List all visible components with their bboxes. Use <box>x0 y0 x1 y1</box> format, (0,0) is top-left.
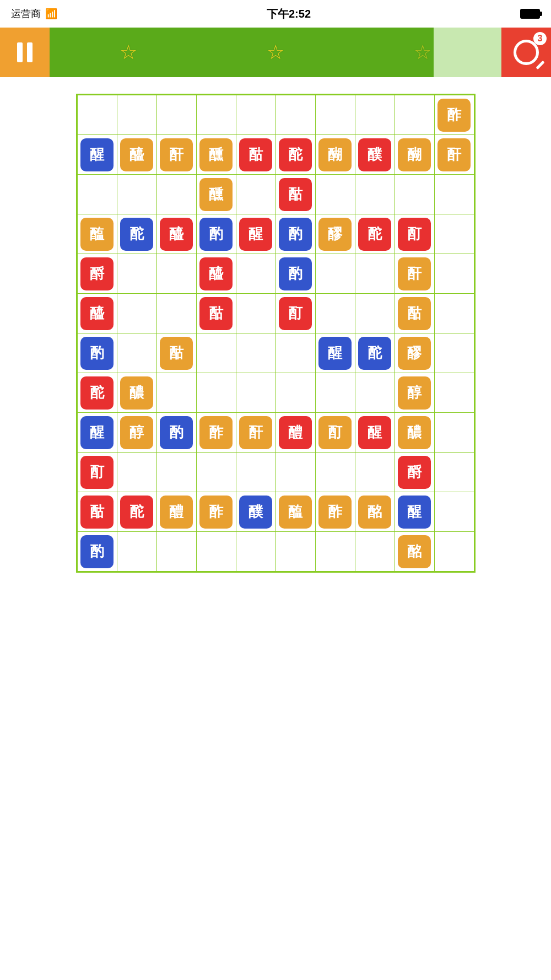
grid-cell-6-6[interactable]: 醒 <box>315 333 355 373</box>
grid-cell-8-1[interactable]: 醇 <box>117 413 156 453</box>
grid-cell-7-1[interactable]: 醲 <box>117 373 156 413</box>
grid-cell-6-3[interactable] <box>196 333 236 373</box>
grid-cell-1-2[interactable]: 酐 <box>156 135 196 175</box>
grid-cell-7-7[interactable] <box>355 373 395 413</box>
grid-cell-0-4[interactable] <box>236 95 276 135</box>
grid-cell-3-6[interactable]: 醪 <box>315 214 355 254</box>
grid-cell-0-3[interactable] <box>196 95 236 135</box>
grid-cell-2-8[interactable] <box>395 175 434 214</box>
grid-cell-2-9[interactable] <box>434 175 474 214</box>
grid-cell-1-4[interactable]: 酤 <box>236 135 276 175</box>
grid-cell-7-4[interactable] <box>236 373 276 413</box>
grid-cell-6-1[interactable] <box>117 333 156 373</box>
grid-cell-3-2[interactable]: 醯 <box>156 214 196 254</box>
grid-cell-11-0[interactable]: 酌 <box>77 532 117 572</box>
grid-cell-10-1[interactable]: 酡 <box>117 492 156 532</box>
grid-cell-5-6[interactable] <box>315 294 355 333</box>
grid-cell-3-9[interactable] <box>434 214 474 254</box>
grid-cell-1-3[interactable]: 醺 <box>196 135 236 175</box>
grid-cell-1-1[interactable]: 醯 <box>117 135 156 175</box>
search-button[interactable]: 3 <box>501 28 551 77</box>
grid-cell-4-8[interactable]: 酐 <box>395 254 434 294</box>
grid-cell-7-9[interactable] <box>434 373 474 413</box>
grid-cell-2-5[interactable]: 酤 <box>276 175 315 214</box>
grid-cell-4-2[interactable] <box>156 254 196 294</box>
grid-cell-10-2[interactable]: 醴 <box>156 492 196 532</box>
grid-cell-9-7[interactable] <box>355 453 395 492</box>
grid-cell-2-1[interactable] <box>117 175 156 214</box>
grid-cell-8-8[interactable]: 醲 <box>395 413 434 453</box>
grid-cell-7-6[interactable] <box>315 373 355 413</box>
grid-cell-6-0[interactable]: 酌 <box>77 333 117 373</box>
grid-cell-3-1[interactable]: 酡 <box>117 214 156 254</box>
grid-cell-0-1[interactable] <box>117 95 156 135</box>
grid-cell-11-6[interactable] <box>315 532 355 572</box>
grid-cell-2-2[interactable] <box>156 175 196 214</box>
grid-cell-10-5[interactable]: 醢 <box>276 492 315 532</box>
grid-cell-11-4[interactable] <box>236 532 276 572</box>
grid-cell-1-9[interactable]: 酐 <box>434 135 474 175</box>
grid-cell-5-7[interactable] <box>355 294 395 333</box>
grid-cell-4-1[interactable] <box>117 254 156 294</box>
grid-cell-4-3[interactable]: 醯 <box>196 254 236 294</box>
grid-cell-8-2[interactable]: 酌 <box>156 413 196 453</box>
grid-cell-11-3[interactable] <box>196 532 236 572</box>
grid-cell-3-0[interactable]: 醢 <box>77 214 117 254</box>
grid-cell-9-8[interactable]: 酹 <box>395 453 434 492</box>
grid-cell-1-7[interactable]: 醭 <box>355 135 395 175</box>
grid-cell-5-2[interactable] <box>156 294 196 333</box>
grid-cell-10-8[interactable]: 醒 <box>395 492 434 532</box>
grid-cell-9-5[interactable] <box>276 453 315 492</box>
grid-cell-8-6[interactable]: 酊 <box>315 413 355 453</box>
grid-cell-2-7[interactable] <box>355 175 395 214</box>
grid-cell-3-5[interactable]: 酌 <box>276 214 315 254</box>
grid-cell-5-8[interactable]: 酤 <box>395 294 434 333</box>
grid-cell-9-0[interactable]: 酊 <box>77 453 117 492</box>
grid-cell-1-5[interactable]: 酡 <box>276 135 315 175</box>
grid-cell-9-4[interactable] <box>236 453 276 492</box>
grid-cell-8-7[interactable]: 醒 <box>355 413 395 453</box>
grid-cell-7-5[interactable] <box>276 373 315 413</box>
grid-cell-3-4[interactable]: 醒 <box>236 214 276 254</box>
grid-cell-7-0[interactable]: 酡 <box>77 373 117 413</box>
grid-cell-11-5[interactable] <box>276 532 315 572</box>
grid-cell-4-7[interactable] <box>355 254 395 294</box>
grid-cell-10-4[interactable]: 醭 <box>236 492 276 532</box>
grid-cell-9-2[interactable] <box>156 453 196 492</box>
grid-cell-4-0[interactable]: 酹 <box>77 254 117 294</box>
grid-cell-3-7[interactable]: 酡 <box>355 214 395 254</box>
grid-cell-10-0[interactable]: 酤 <box>77 492 117 532</box>
grid-cell-9-3[interactable] <box>196 453 236 492</box>
grid-cell-2-3[interactable]: 醺 <box>196 175 236 214</box>
grid-cell-8-5[interactable]: 醴 <box>276 413 315 453</box>
grid-cell-8-9[interactable] <box>434 413 474 453</box>
grid-cell-5-1[interactable] <box>117 294 156 333</box>
grid-cell-4-4[interactable] <box>236 254 276 294</box>
grid-cell-4-6[interactable] <box>315 254 355 294</box>
grid-cell-6-2[interactable]: 酤 <box>156 333 196 373</box>
grid-cell-11-8[interactable]: 酩 <box>395 532 434 572</box>
grid-cell-10-6[interactable]: 酢 <box>315 492 355 532</box>
grid-cell-11-9[interactable] <box>434 532 474 572</box>
grid-cell-7-8[interactable]: 醇 <box>395 373 434 413</box>
grid-cell-0-9[interactable]: 酢 <box>434 95 474 135</box>
grid-cell-10-7[interactable]: 酩 <box>355 492 395 532</box>
grid-cell-9-6[interactable] <box>315 453 355 492</box>
grid-cell-7-2[interactable] <box>156 373 196 413</box>
grid-cell-8-4[interactable]: 酐 <box>236 413 276 453</box>
grid-cell-6-5[interactable] <box>276 333 315 373</box>
grid-cell-2-4[interactable] <box>236 175 276 214</box>
grid-cell-0-6[interactable] <box>315 95 355 135</box>
grid-cell-8-0[interactable]: 醒 <box>77 413 117 453</box>
grid-cell-2-0[interactable] <box>77 175 117 214</box>
grid-cell-11-1[interactable] <box>117 532 156 572</box>
grid-cell-5-0[interactable]: 醯 <box>77 294 117 333</box>
grid-cell-2-6[interactable] <box>315 175 355 214</box>
grid-cell-10-9[interactable] <box>434 492 474 532</box>
grid-cell-4-9[interactable] <box>434 254 474 294</box>
grid-cell-11-2[interactable] <box>156 532 196 572</box>
grid-cell-8-3[interactable]: 酢 <box>196 413 236 453</box>
grid-cell-1-6[interactable]: 醐 <box>315 135 355 175</box>
grid-cell-9-9[interactable] <box>434 453 474 492</box>
grid-cell-11-7[interactable] <box>355 532 395 572</box>
